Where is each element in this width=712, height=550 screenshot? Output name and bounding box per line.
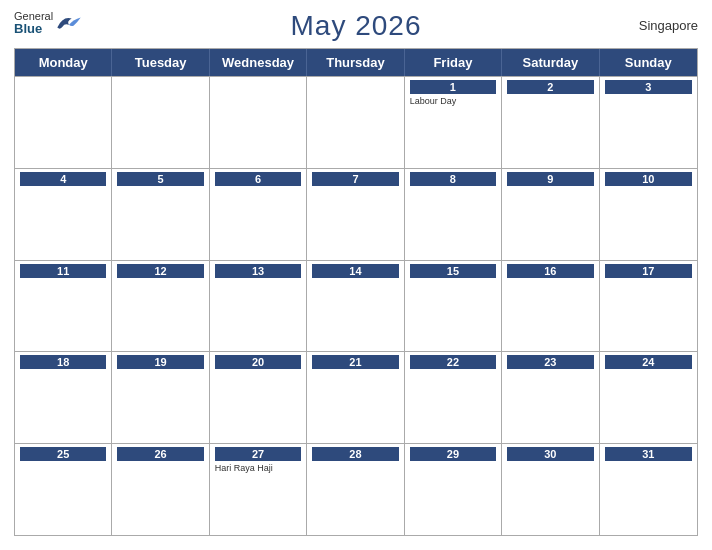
- day-cell: 7: [307, 169, 404, 260]
- day-number: 24: [605, 355, 692, 369]
- week-row-3: 11121314151617: [15, 260, 697, 352]
- day-number: 10: [605, 172, 692, 186]
- day-cell: 16: [502, 261, 599, 352]
- calendar-grid: MondayTuesdayWednesdayThursdayFridaySatu…: [14, 48, 698, 536]
- day-cell: 6: [210, 169, 307, 260]
- day-cell: 9: [502, 169, 599, 260]
- day-event: Hari Raya Haji: [215, 463, 301, 474]
- country-label: Singapore: [639, 18, 698, 33]
- day-number: 25: [20, 447, 106, 461]
- day-cell: 5: [112, 169, 209, 260]
- calendar-header: General Blue May 2026 Singapore: [14, 10, 698, 42]
- day-cell: 26: [112, 444, 209, 535]
- day-cell: 2: [502, 77, 599, 168]
- day-number: 29: [410, 447, 496, 461]
- day-number: 18: [20, 355, 106, 369]
- day-header-friday: Friday: [405, 49, 502, 76]
- day-number: 17: [605, 264, 692, 278]
- day-cell: 13: [210, 261, 307, 352]
- day-cell: 11: [15, 261, 112, 352]
- day-event: Labour Day: [410, 96, 496, 107]
- day-cell: 8: [405, 169, 502, 260]
- day-number: 21: [312, 355, 398, 369]
- day-cell: 28: [307, 444, 404, 535]
- day-cell: 3: [600, 77, 697, 168]
- day-cell: 4: [15, 169, 112, 260]
- day-number: 22: [410, 355, 496, 369]
- day-cell: 18: [15, 352, 112, 443]
- day-number: 31: [605, 447, 692, 461]
- day-number: 4: [20, 172, 106, 186]
- calendar-title: May 2026: [291, 10, 422, 42]
- week-row-5: 252627Hari Raya Haji28293031: [15, 443, 697, 535]
- day-number: 12: [117, 264, 203, 278]
- day-header-saturday: Saturday: [502, 49, 599, 76]
- day-header-sunday: Sunday: [600, 49, 697, 76]
- day-cell: 24: [600, 352, 697, 443]
- day-cell: 12: [112, 261, 209, 352]
- day-number: 16: [507, 264, 593, 278]
- day-cell: 27Hari Raya Haji: [210, 444, 307, 535]
- day-number: 7: [312, 172, 398, 186]
- day-cell: [307, 77, 404, 168]
- day-number: 9: [507, 172, 593, 186]
- day-number: 1: [410, 80, 496, 94]
- day-number: 19: [117, 355, 203, 369]
- day-cell: 1Labour Day: [405, 77, 502, 168]
- day-number: 11: [20, 264, 106, 278]
- day-number: 28: [312, 447, 398, 461]
- week-row-2: 45678910: [15, 168, 697, 260]
- day-number: 15: [410, 264, 496, 278]
- day-cell: 17: [600, 261, 697, 352]
- day-number: 20: [215, 355, 301, 369]
- day-number: 14: [312, 264, 398, 278]
- day-cell: 30: [502, 444, 599, 535]
- week-row-1: 1Labour Day23: [15, 76, 697, 168]
- day-number: 27: [215, 447, 301, 461]
- day-number: 5: [117, 172, 203, 186]
- day-cell: 15: [405, 261, 502, 352]
- day-cell: 10: [600, 169, 697, 260]
- day-header-tuesday: Tuesday: [112, 49, 209, 76]
- day-cell: 25: [15, 444, 112, 535]
- calendar-wrapper: General Blue May 2026 Singapore MondayTu…: [0, 0, 712, 550]
- day-cell: 14: [307, 261, 404, 352]
- day-cell: 22: [405, 352, 502, 443]
- day-cell: 21: [307, 352, 404, 443]
- day-header-monday: Monday: [15, 49, 112, 76]
- day-number: 3: [605, 80, 692, 94]
- title-group: May 2026: [291, 10, 422, 42]
- day-cell: 19: [112, 352, 209, 443]
- week-row-4: 18192021222324: [15, 351, 697, 443]
- weeks-container: 1Labour Day23456789101112131415161718192…: [15, 76, 697, 535]
- day-header-wednesday: Wednesday: [210, 49, 307, 76]
- day-header-thursday: Thursday: [307, 49, 404, 76]
- day-number: 23: [507, 355, 593, 369]
- day-number: 2: [507, 80, 593, 94]
- day-cell: [15, 77, 112, 168]
- day-number: 8: [410, 172, 496, 186]
- day-cell: [210, 77, 307, 168]
- logo: General Blue: [14, 10, 83, 36]
- day-number: 6: [215, 172, 301, 186]
- day-cell: [112, 77, 209, 168]
- day-cell: 20: [210, 352, 307, 443]
- day-headers: MondayTuesdayWednesdayThursdayFridaySatu…: [15, 49, 697, 76]
- day-number: 30: [507, 447, 593, 461]
- day-cell: 29: [405, 444, 502, 535]
- day-number: 13: [215, 264, 301, 278]
- logo-blue-text: Blue: [14, 22, 53, 36]
- day-cell: 23: [502, 352, 599, 443]
- logo-bird-icon: [55, 14, 83, 32]
- day-number: 26: [117, 447, 203, 461]
- day-cell: 31: [600, 444, 697, 535]
